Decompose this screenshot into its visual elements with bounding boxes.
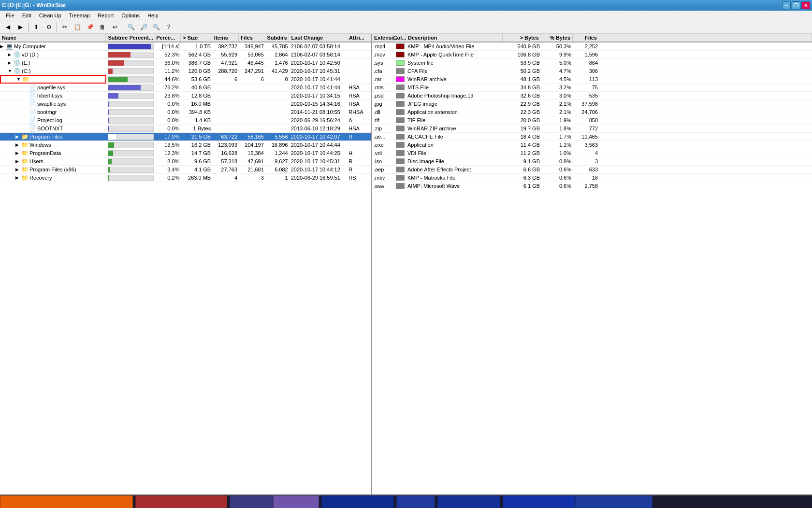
tree-row[interactable]: ▼ 📁 44.6% 53.6 GB 6 6 0 2020-10-17 10:41… bbox=[0, 75, 371, 84]
tree-row[interactable]: ▶ 📁 Windows 13.5% 16.2 GB 123,093 104,19… bbox=[0, 141, 371, 149]
tree-row[interactable]: ▶ 💿 vD (D:) 52.3% 562.4 GB 55,929 53,065… bbox=[0, 51, 371, 59]
zoom-out-button[interactable]: 🔍 bbox=[150, 22, 162, 32]
tree-row[interactable]: 📄 BOOTNXT 0.0% 1 Bytes 2013-06-18 12:18:… bbox=[0, 125, 371, 133]
ext-row[interactable]: .mp4 KMP - MP4 Audio/Video File 540.9 GB… bbox=[372, 42, 812, 51]
forward-button[interactable]: ▶ bbox=[14, 22, 26, 32]
menu-edit[interactable]: Edit bbox=[18, 12, 35, 19]
undo-button[interactable]: ↩ bbox=[109, 22, 121, 32]
ext-row[interactable]: .sys System file 53.9 GB 5.0% 884 bbox=[372, 59, 812, 67]
col-extfiles[interactable]: Files bbox=[573, 34, 599, 42]
col-subdirs[interactable]: Subdirs bbox=[265, 34, 290, 42]
tree-row[interactable]: 📄 Project.log 0.0% 1.4 KB 2020-06-29 16:… bbox=[0, 116, 371, 125]
ext-row[interactable]: .iso Disc Image File 9.1 GB 0.8% 3 bbox=[372, 157, 812, 166]
expand-icon[interactable]: ▶ bbox=[15, 142, 20, 147]
treemap-block[interactable] bbox=[396, 495, 435, 508]
ext-row[interactable]: .mov KMP - Apple QuickTime File 106.8 GB… bbox=[372, 51, 812, 59]
delete-button[interactable]: 🗑 bbox=[97, 22, 108, 32]
tree-row[interactable]: ▶ 💻 My Computer [1:14 s] 1.0 TB 392,732 … bbox=[0, 42, 371, 51]
treemap-block[interactable] bbox=[273, 495, 319, 508]
ext-row[interactable]: .cfa CFA File 50.2 GB 4.7% 306 bbox=[372, 67, 812, 75]
refresh-button[interactable]: ⚙ bbox=[43, 22, 55, 32]
tree-row[interactable]: ▶ 📁 ProgramData 12.3% 14.7 GB 16,628 15,… bbox=[0, 149, 371, 157]
ext-row[interactable]: .zip WinRAR ZIP archive 19.7 GB 1.8% 772 bbox=[372, 125, 812, 133]
expand-icon[interactable]: ▶ bbox=[8, 60, 13, 65]
col-ext[interactable]: Extensi... bbox=[372, 34, 394, 42]
up-button[interactable]: ⬆ bbox=[30, 22, 42, 32]
ext-row[interactable]: .rar WinRAR archive 48.1 GB 4.5% 113 bbox=[372, 75, 812, 84]
tree-row[interactable]: ▼ 💿 (C:) 11.2% 120.0 GB 288,720 247,291 … bbox=[0, 67, 371, 75]
menu-file[interactable]: File bbox=[2, 12, 18, 19]
row-name: (E:) bbox=[22, 60, 30, 66]
restore-button[interactable]: ❐ bbox=[792, 1, 800, 9]
tree-row[interactable]: ▶ 📁 Recovery 0.2% 263.0 MB 4 3 1 2020-06… bbox=[0, 174, 371, 182]
menu-help[interactable]: Help bbox=[144, 12, 162, 19]
info-button[interactable]: ? bbox=[163, 22, 174, 32]
col-subtree[interactable]: Subtree Percent... bbox=[106, 34, 154, 42]
treemap-block[interactable] bbox=[0, 495, 133, 508]
tree-row[interactable]: 📄 bootmgr 0.0% 394.8 KB 2014-11-21 08:10… bbox=[0, 108, 371, 116]
treemap-block[interactable] bbox=[575, 495, 652, 508]
treemap-block[interactable] bbox=[321, 495, 394, 508]
ext-body[interactable]: .mp4 KMP - MP4 Audio/Video File 540.9 GB… bbox=[372, 42, 812, 494]
treemap-area[interactable]: این فایل چه تو درایو سی هر جی گشتم پیدا … bbox=[0, 494, 812, 508]
ext-row[interactable]: .wav AIMP: Microsoft Wave 6.1 GB 0.6% 2,… bbox=[372, 182, 812, 190]
back-button[interactable]: ◀ bbox=[2, 22, 14, 32]
cut-button[interactable]: ✂ bbox=[59, 22, 71, 32]
ext-row[interactable]: .psd Adobe Photoshop Image.19 32.6 GB 3.… bbox=[372, 92, 812, 100]
expand-icon[interactable]: ▶ bbox=[15, 134, 20, 139]
tree-row[interactable]: ▶ 📁 Users 8.0% 9.6 GB 57,318 47,691 9,62… bbox=[0, 157, 371, 166]
treemap-block[interactable] bbox=[230, 495, 273, 508]
expand-icon[interactable]: ▼ bbox=[16, 77, 21, 82]
tree-row[interactable]: 📄 hiberfil.sys 23.8% 12.8 GB 2020-10-17 … bbox=[0, 92, 371, 100]
ext-row[interactable]: .ae... AECACHE File 18.4 GB 1.7% 11,465 bbox=[372, 133, 812, 141]
expand-icon[interactable]: ▼ bbox=[8, 69, 13, 73]
treemap-block[interactable] bbox=[135, 495, 227, 508]
ext-row[interactable]: .mkv KMP - Matroska File 6.3 GB 0.6% 18 bbox=[372, 174, 812, 182]
tree-row[interactable]: 📄 swapfile.sys 0.0% 16.0 MB 2020-10-15 1… bbox=[0, 100, 371, 108]
perce-cell: [1:14 s] bbox=[155, 43, 181, 49]
ext-row[interactable]: .aep Adobe After Effects Project 6.6 GB … bbox=[372, 166, 812, 174]
ext-row[interactable]: .exe Application 11.4 GB 1.1% 3,563 bbox=[372, 141, 812, 149]
ext-row[interactable]: .mts MTS File 34.8 GB 3.2% 75 bbox=[372, 84, 812, 92]
expand-icon[interactable]: ▶ bbox=[15, 167, 20, 172]
ext-row[interactable]: .tif TIF File 20.0 GB 1.9% 858 bbox=[372, 116, 812, 125]
menu-cleanup[interactable]: Clean Up bbox=[35, 12, 65, 19]
col-files[interactable]: Files bbox=[239, 34, 265, 42]
progress-bar-fill bbox=[108, 134, 116, 140]
col-bytes[interactable]: > Bytes bbox=[503, 34, 541, 42]
ext-row[interactable]: .jpg JPEG image 22.9 GB 2.1% 37,598 bbox=[372, 100, 812, 108]
expand-icon[interactable]: ▶ bbox=[8, 52, 13, 57]
ext-row[interactable]: .vdi VDI File 11.2 GB 1.0% 4 bbox=[372, 149, 812, 157]
col-lastchange[interactable]: Last Change bbox=[289, 34, 347, 42]
zoom-in-button[interactable]: 🔎 bbox=[138, 22, 149, 32]
expand-icon[interactable]: ▶ bbox=[15, 151, 20, 155]
col-color[interactable]: Col... bbox=[394, 34, 406, 42]
tree-row[interactable]: ▶ 💿 (E:) 36.0% 386.7 GB 47,921 46,445 1,… bbox=[0, 59, 371, 67]
paste-button[interactable]: 📌 bbox=[84, 22, 96, 32]
search-button[interactable]: 🔍 bbox=[125, 22, 137, 32]
close-button[interactable]: ✕ bbox=[801, 1, 810, 9]
menu-treemap[interactable]: Treemap bbox=[65, 12, 94, 19]
minimize-button[interactable]: ─ bbox=[782, 1, 791, 9]
col-perce[interactable]: Perce... bbox=[154, 34, 181, 42]
treemap-block[interactable] bbox=[437, 495, 500, 508]
ext-row[interactable]: .dll Application extension 22.3 GB 2.1% … bbox=[372, 108, 812, 116]
menu-report[interactable]: Report bbox=[94, 12, 117, 19]
treemap-block[interactable] bbox=[503, 495, 575, 508]
tree-body[interactable]: ▶ 💻 My Computer [1:14 s] 1.0 TB 392,732 … bbox=[0, 42, 371, 494]
col-size[interactable]: > Size bbox=[181, 34, 212, 42]
tree-row[interactable]: ▶ 📁 Program Files (x86) 3.4% 4.1 GB 27,7… bbox=[0, 166, 371, 174]
menu-options[interactable]: Options bbox=[117, 12, 144, 19]
expand-icon[interactable]: ▶ bbox=[0, 44, 5, 49]
col-items[interactable]: Items bbox=[212, 34, 239, 42]
expand-icon[interactable]: ▶ bbox=[15, 175, 20, 180]
expand-icon[interactable]: ▶ bbox=[15, 159, 20, 164]
copy-button[interactable]: 📋 bbox=[72, 22, 83, 32]
col-name[interactable]: Name bbox=[0, 34, 106, 42]
tree-row[interactable]: 📄 pagefile.sys 76.2% 40.8 GB 2020-10-17 … bbox=[0, 84, 371, 92]
col-attrib[interactable]: Attri... bbox=[347, 34, 371, 42]
tree-row[interactable]: ▶ 📁 Program Files 17.9% 21.5 GB 63,722 5… bbox=[0, 133, 371, 141]
col-desc[interactable]: Description bbox=[406, 34, 503, 42]
ext-bytes-cell: 9.1 GB bbox=[503, 158, 541, 164]
col-pctbytes[interactable]: % Bytes bbox=[541, 34, 573, 42]
